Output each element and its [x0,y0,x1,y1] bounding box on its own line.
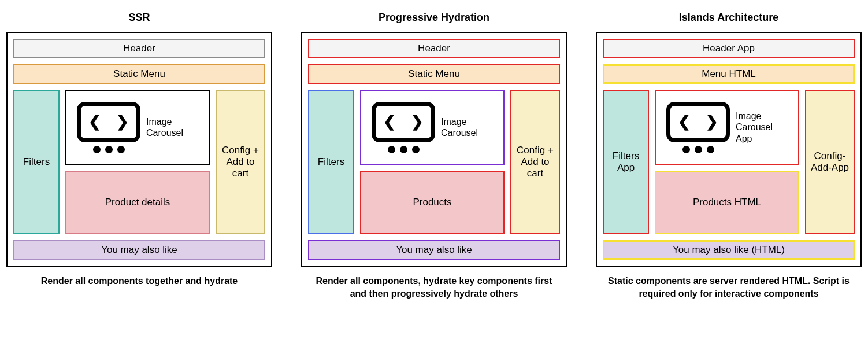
region-footer: You may also like [308,240,560,260]
region-carousel: ❮ ❯ Image Carousel [360,90,505,165]
region-menu: Static Menu [308,64,560,84]
carousel-label: Image Carousel App [736,110,788,144]
column-caption: Render all components together and hydra… [41,275,238,288]
carousel-label: Image Carousel [441,116,493,138]
chevron-left-icon: ❮ [383,113,396,131]
carousel-icon: ❮ ❯ [77,102,140,153]
dot-icon [707,146,714,153]
carousel-dots-icon [682,146,714,153]
column-islands: Islands Architecture Header App Menu HTM… [596,12,862,300]
region-config: Config-Add-App [805,90,855,234]
region-carousel: ❮ ❯ Image Carousel [65,90,210,165]
region-filters: Filters [13,90,60,234]
region-middle: Filters ❮ ❯ [308,90,560,234]
region-menu: Menu HTML [603,64,855,84]
dot-icon [695,146,702,153]
region-footer: You may also like (HTML) [603,240,855,260]
carousel-label: Image Carousel [146,116,198,138]
chevron-right-icon: ❯ [411,113,424,131]
column-ssr: SSR Header Static Menu Filters ❮ ❯ [6,12,272,288]
region-products: Product details [65,171,210,234]
region-center: ❮ ❯ Image Carousel Products [360,90,505,234]
region-header: Header App [603,39,855,58]
column-progressive: Progressive Hydration Header Static Menu… [301,12,567,300]
region-footer: You may also like [13,240,265,260]
dot-icon [105,146,113,153]
column-caption: Static components are server rendered HT… [602,275,856,300]
carousel-dots-icon [93,146,125,153]
chevron-left-icon: ❮ [88,113,101,131]
chevron-left-icon: ❮ [678,113,691,131]
chevron-right-icon: ❯ [706,113,718,131]
dot-icon [400,146,407,153]
carousel-icon: ❮ ❯ [372,102,435,153]
carousel-dots-icon [388,146,420,153]
dot-icon [93,146,101,153]
column-caption: Render all components, hydrate key compo… [307,275,561,300]
region-config: Config + Add to cart [216,90,265,234]
region-header: Header [308,39,560,58]
panel-progressive: Header Static Menu Filters ❮ ❯ [301,32,567,267]
dot-icon [117,146,125,153]
panel-ssr: Header Static Menu Filters ❮ ❯ [6,32,272,267]
carousel-screen-icon: ❮ ❯ [77,102,140,142]
region-products: Products [360,171,505,234]
region-config: Config + Add to cart [510,90,560,234]
diagram-wrap: SSR Header Static Menu Filters ❮ ❯ [6,12,862,300]
panel-islands: Header App Menu HTML Filters App ❮ ❯ [596,32,862,267]
region-middle: Filters ❮ ❯ [13,90,265,234]
dot-icon [388,146,395,153]
region-center: ❮ ❯ Image Carousel App Products HTML [655,90,799,234]
carousel-screen-icon: ❮ ❯ [666,102,730,142]
carousel-icon: ❮ ❯ [666,102,730,153]
region-carousel: ❮ ❯ Image Carousel App [655,90,799,165]
column-title: Progressive Hydration [379,12,489,24]
region-menu: Static Menu [13,64,265,84]
region-header: Header [13,39,265,58]
region-center: ❮ ❯ Image Carousel Product details [65,90,210,234]
chevron-right-icon: ❯ [116,113,129,131]
region-middle: Filters App ❮ ❯ [603,90,855,234]
carousel-screen-icon: ❮ ❯ [372,102,435,142]
region-filters: Filters App [603,90,649,234]
column-title: Islands Architecture [679,12,778,24]
region-products: Products HTML [655,171,799,234]
region-filters: Filters [308,90,354,234]
dot-icon [412,146,420,153]
dot-icon [682,146,690,153]
column-title: SSR [128,12,150,24]
